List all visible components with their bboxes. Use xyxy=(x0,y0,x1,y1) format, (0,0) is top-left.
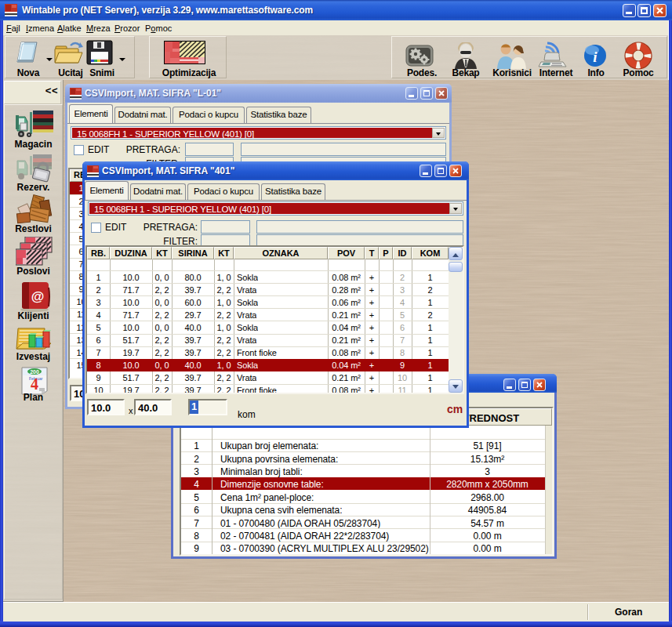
svg-text:4: 4 xyxy=(31,375,38,393)
svg-text:@: @ xyxy=(31,289,45,304)
svg-text:200: 200 xyxy=(30,369,39,375)
svg-text:i: i xyxy=(593,49,598,65)
